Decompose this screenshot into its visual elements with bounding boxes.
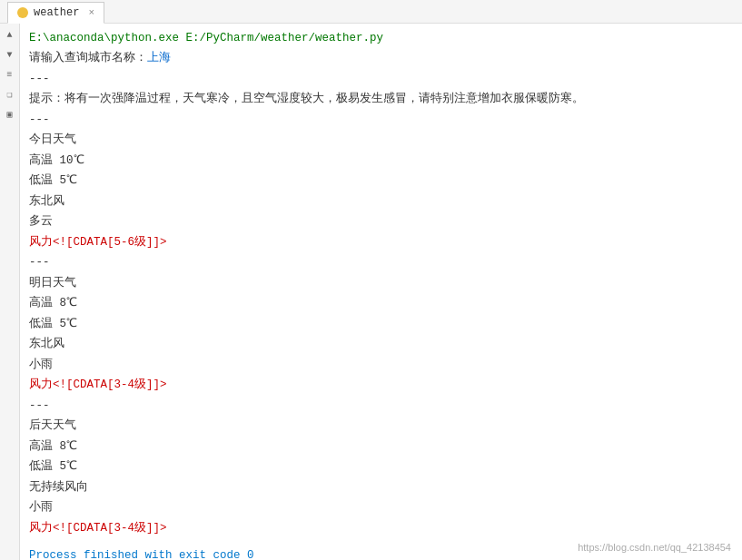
sidebar-icon-copy[interactable]: ❏ — [3, 87, 17, 102]
prompt-label: 请输入查询城市名称： — [29, 52, 147, 64]
app-container: ▲ ▼ ≡ ❏ ▣ E:\anaconda\python.exe E:/PyCh… — [0, 24, 742, 560]
day-after-wind-power: 风力<![CDATA[3-4级]]> — [29, 518, 733, 539]
sidebar: ▲ ▼ ≡ ❏ ▣ — [0, 24, 20, 560]
sidebar-icon-down[interactable]: ▼ — [3, 47, 17, 62]
separator-1: --- — [29, 69, 733, 90]
today-low: 低温 5℃ — [29, 171, 733, 192]
title-bar: weather × — [0, 0, 742, 24]
separator-4: --- — [29, 396, 733, 417]
terminal-output: E:\anaconda\python.exe E:/PyCharm/weathe… — [20, 24, 742, 560]
tomorrow-weather: 小雨 — [29, 355, 733, 376]
day-after-weather: 小雨 — [29, 497, 733, 518]
day-after-wind-dir: 无持续风向 — [29, 477, 733, 498]
today-wind-power: 风力<![CDATA[5-6级]]> — [29, 232, 733, 253]
today-wind-dir: 东北风 — [29, 192, 733, 212]
day-after-title: 后天天气 — [29, 416, 733, 437]
tip-line: 提示：将有一次强降温过程，天气寒冷，且空气湿度较大，极易发生感冒，请特别注意增加… — [29, 89, 733, 110]
tomorrow-wind-power: 风力<![CDATA[3-4级]]> — [29, 375, 733, 396]
tomorrow-wind-dir: 东北风 — [29, 334, 733, 355]
separator-2: --- — [29, 110, 733, 131]
cmd-line: E:\anaconda\python.exe E:/PyCharm/weathe… — [29, 29, 733, 47]
sidebar-icon-up[interactable]: ▲ — [3, 27, 17, 42]
today-high: 高温 10℃ — [29, 151, 733, 172]
prompt-line: 请输入查询城市名称：上海 — [29, 47, 733, 69]
sidebar-icon-grid[interactable]: ▣ — [3, 107, 17, 122]
tomorrow-low: 低温 5℃ — [29, 314, 733, 335]
day-after-low: 低温 5℃ — [29, 457, 733, 477]
separator-3: --- — [29, 252, 733, 273]
prompt-value: 上海 — [147, 52, 171, 64]
tomorrow-title: 明日天气 — [29, 273, 733, 294]
day-after-high: 高温 8℃ — [29, 437, 733, 457]
sidebar-icon-menu[interactable]: ≡ — [3, 67, 17, 82]
tab-icon — [17, 7, 28, 18]
tab-close-button[interactable]: × — [88, 7, 94, 18]
today-weather: 多云 — [29, 211, 733, 232]
today-title: 今日天气 — [29, 130, 733, 151]
tomorrow-high: 高温 8℃ — [29, 293, 733, 314]
tab[interactable]: weather × — [7, 2, 104, 24]
tab-label: weather — [34, 6, 79, 19]
watermark: https://blog.csdn.net/qq_42138454 — [578, 542, 731, 553]
